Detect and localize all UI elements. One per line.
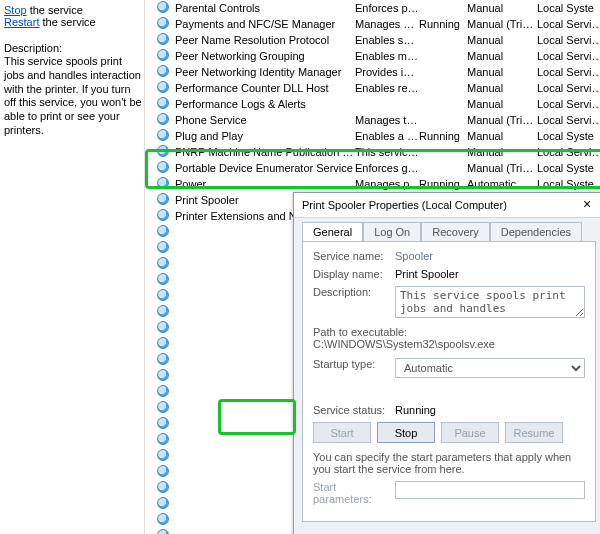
- gear-icon: [157, 97, 171, 111]
- cell-startup: Manual: [467, 146, 537, 158]
- cell-desc: Provides ide...: [355, 66, 419, 78]
- gear-icon: [157, 193, 171, 207]
- cell-desc: Enforces pa...: [355, 2, 419, 14]
- gear-icon: [157, 529, 171, 534]
- cell-logon: Local Syste: [537, 178, 600, 190]
- cell-desc: Manages p...: [355, 178, 419, 190]
- service-status-label: Service status:: [313, 404, 395, 416]
- cell-startup: Manual: [467, 50, 537, 62]
- cell-startup: Manual: [467, 98, 537, 110]
- table-row[interactable]: Plug and PlayEnables a c...RunningManual…: [157, 128, 600, 144]
- description-textbox[interactable]: This service spools print jobs and handl…: [395, 286, 585, 318]
- gear-icon: [157, 385, 171, 399]
- gear-icon: [157, 113, 171, 127]
- startup-type-label: Startup type:: [313, 358, 395, 370]
- description-body: This service spools print jobs and handl…: [4, 55, 142, 138]
- table-row[interactable]: Peer Name Resolution ProtocolEnables ser…: [157, 32, 600, 48]
- cell-logon: Local Service: [537, 146, 600, 158]
- gear-icon: [157, 417, 171, 431]
- description-label: Description:: [313, 286, 395, 298]
- cell-status: Running: [419, 130, 467, 142]
- gear-icon: [157, 129, 171, 143]
- table-row[interactable]: Portable Device Enumerator ServiceEnforc…: [157, 160, 600, 176]
- gear-icon: [157, 225, 171, 239]
- cell-startup: Manual: [467, 2, 537, 14]
- table-row[interactable]: Peer Networking GroupingEnables mul...Ma…: [157, 48, 600, 64]
- description-heading: Description:: [4, 42, 142, 54]
- service-status-value: Running: [395, 404, 585, 416]
- cell-name: Performance Logs & Alerts: [175, 98, 355, 110]
- close-icon[interactable]: ×: [578, 196, 596, 214]
- gear-icon: [157, 353, 171, 367]
- restart-suffix: the service: [39, 16, 95, 28]
- gear-icon: [157, 449, 171, 463]
- table-row[interactable]: Phone ServiceManages th...Manual (Trig..…: [157, 112, 600, 128]
- cell-desc: This service ...: [355, 146, 419, 158]
- cell-name: Payments and NFC/SE Manager: [175, 18, 355, 30]
- start-params-hint: You can specify the start parameters tha…: [313, 451, 585, 475]
- cell-name: Performance Counter DLL Host: [175, 82, 355, 94]
- left-panel: Stop the service Restart the service Des…: [0, 0, 145, 534]
- gear-icon: [157, 513, 171, 527]
- stop-link[interactable]: Stop: [4, 4, 27, 16]
- cell-logon: Local Service: [537, 34, 600, 46]
- gear-icon: [157, 401, 171, 415]
- table-row[interactable]: Performance Counter DLL HostEnables rem.…: [157, 80, 600, 96]
- cell-logon: Local Service: [537, 50, 600, 62]
- cell-desc: Enables serv...: [355, 34, 419, 46]
- cell-logon: Local Service: [537, 82, 600, 94]
- path-value: C:\WINDOWS\System32\spoolsv.exe: [313, 338, 585, 350]
- cell-logon: Local Syste: [537, 162, 600, 174]
- gear-icon: [157, 273, 171, 287]
- gear-icon: [157, 177, 171, 191]
- gear-icon: [157, 65, 171, 79]
- table-row[interactable]: Performance Logs & AlertsManualLocal Ser…: [157, 96, 600, 112]
- cell-startup: Manual: [467, 130, 537, 142]
- gear-icon: [157, 161, 171, 175]
- cell-name: Parental Controls: [175, 2, 355, 14]
- tab-recovery[interactable]: Recovery: [421, 222, 489, 241]
- cell-startup: Manual (Trig...: [467, 162, 537, 174]
- cell-desc: Enforces gr...: [355, 162, 419, 174]
- cell-status: Running: [419, 178, 467, 190]
- dialog-title: Print Spooler Properties (Local Computer…: [302, 199, 507, 211]
- start-params-label: Start parameters:: [313, 481, 395, 505]
- gear-icon: [157, 305, 171, 319]
- table-row[interactable]: PowerManages p...RunningAutomaticLocal S…: [157, 176, 600, 192]
- start-button: Start: [313, 422, 371, 443]
- cell-logon: Local Service: [537, 66, 600, 78]
- display-name-label: Display name:: [313, 268, 395, 280]
- tab-dependencies[interactable]: Dependencies: [490, 222, 582, 241]
- cell-name: Plug and Play: [175, 130, 355, 142]
- stop-suffix: the service: [27, 4, 83, 16]
- tab-panel-general: Service name:Spooler Display name:Print …: [302, 241, 596, 522]
- table-row[interactable]: Parental ControlsEnforces pa...ManualLoc…: [157, 0, 600, 16]
- cell-logon: Local Service: [537, 98, 600, 110]
- service-name-label: Service name:: [313, 250, 395, 262]
- cell-desc: Manages pa...: [355, 18, 419, 30]
- cell-logon: Local Service: [537, 114, 600, 126]
- cell-startup: Manual (Trig...: [467, 114, 537, 126]
- cell-name: Portable Device Enumerator Service: [175, 162, 355, 174]
- cell-desc: Manages th...: [355, 114, 419, 126]
- start-params-input: [395, 481, 585, 499]
- startup-type-select[interactable]: Automatic: [395, 358, 585, 378]
- cell-logon: Local Syste: [537, 2, 600, 14]
- tab-logon[interactable]: Log On: [363, 222, 421, 241]
- cell-startup: Manual: [467, 66, 537, 78]
- gear-icon: [157, 289, 171, 303]
- gear-icon: [157, 321, 171, 335]
- cell-startup: Manual: [467, 82, 537, 94]
- table-row[interactable]: Payments and NFC/SE ManagerManages pa...…: [157, 16, 600, 32]
- table-row[interactable]: PNRP Machine Name Publication ServiceThi…: [157, 144, 600, 160]
- gear-icon: [157, 257, 171, 271]
- stop-button[interactable]: Stop: [377, 422, 435, 443]
- table-row[interactable]: Peer Networking Identity ManagerProvides…: [157, 64, 600, 80]
- path-label: Path to executable:: [313, 326, 585, 338]
- cell-status: Running: [419, 18, 467, 30]
- restart-link[interactable]: Restart: [4, 16, 39, 28]
- gear-icon: [157, 49, 171, 63]
- tab-general[interactable]: General: [302, 222, 363, 241]
- cell-name: Phone Service: [175, 114, 355, 126]
- resume-button: Resume: [505, 422, 563, 443]
